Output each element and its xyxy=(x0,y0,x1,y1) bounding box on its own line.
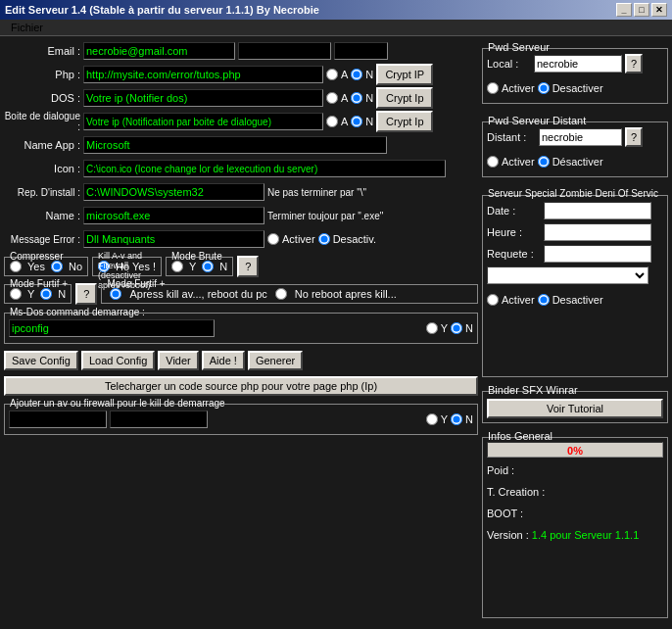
crypt-ip3-button[interactable]: Crypt Ip xyxy=(376,111,433,132)
msdos-radio-y[interactable] xyxy=(426,322,438,334)
pwd-distant-title: Pwd Serveur Distant xyxy=(488,115,586,126)
action-buttons-row: Save Config Load Config Vider Aide ! Gen… xyxy=(4,350,478,371)
save-config-button[interactable]: Save Config xyxy=(4,351,78,370)
pwd-serveur-radio-desactiver[interactable] xyxy=(538,82,550,94)
zombie-select[interactable] xyxy=(487,266,648,284)
zombie-requete-input[interactable] xyxy=(544,245,651,263)
pwd-serveur-radio-activer[interactable] xyxy=(487,82,499,94)
email-input[interactable] xyxy=(83,42,235,60)
aide-button[interactable]: Aide ! xyxy=(202,351,245,370)
generer-button[interactable]: Generer xyxy=(248,351,303,370)
pwd-local-input[interactable] xyxy=(534,55,622,73)
msg-input[interactable] xyxy=(83,230,264,248)
zombie-group: Serveur Special Zombie Deni Of Servic Da… xyxy=(482,195,668,377)
menu-fichier[interactable]: Fichier xyxy=(5,20,49,35)
mode-furtif-title: Mode Furtif + xyxy=(10,278,68,289)
msg-radio-desactiv[interactable] xyxy=(318,233,330,245)
msg-radio-activer[interactable] xyxy=(267,233,279,245)
name-label: Name : xyxy=(4,210,80,221)
close-button[interactable]: ✕ xyxy=(651,3,667,17)
brute-radio-n[interactable] xyxy=(202,261,214,272)
icon-input[interactable] xyxy=(83,160,446,177)
boite-radio-a[interactable] xyxy=(326,116,338,127)
furtif2-radio-noreboot[interactable] xyxy=(275,288,287,300)
dos-input[interactable] xyxy=(83,89,323,107)
msdos-radio-group: Y N xyxy=(426,322,473,334)
boot-row: BOOT : xyxy=(487,503,663,524)
minimize-button[interactable]: _ xyxy=(616,3,632,17)
pwd-local-row: Local : ? xyxy=(487,53,663,74)
name-input[interactable] xyxy=(83,207,264,224)
php-label: Php : xyxy=(4,69,80,80)
zombie-select-row xyxy=(487,265,663,286)
zombie-heure-input[interactable] xyxy=(544,223,651,241)
kill-group: Kill A-v and Firewall (desactiver apres … xyxy=(92,257,162,276)
compress-radio-no[interactable] xyxy=(51,261,63,272)
msdos-section: Ms-Dos command demarrage : Y N xyxy=(4,313,478,344)
brute-question-button[interactable]: ? xyxy=(237,256,259,277)
pwd-activer-row: Activer Desactiver xyxy=(487,77,663,99)
furtif2-reboot-label: Apress kill av..., reboot du pc xyxy=(129,288,266,300)
zombie-radio-activer[interactable] xyxy=(487,294,499,306)
msdos-group: Ms-Dos command demarrage : Y N xyxy=(4,313,478,344)
dos-radio-a[interactable] xyxy=(326,92,338,104)
msdos-row: Y N xyxy=(9,317,473,339)
furtif2-radio-reboot[interactable] xyxy=(110,288,121,300)
boite-radio-group: A N xyxy=(326,116,373,127)
maximize-button[interactable]: □ xyxy=(634,3,649,17)
msg-radio-group: Activer Desactiv. xyxy=(267,233,376,245)
php-input[interactable] xyxy=(83,66,323,83)
compress-radio-yes[interactable] xyxy=(10,261,22,272)
rep-label: Rep. D'install : xyxy=(4,187,80,198)
icon-row: Icon : xyxy=(4,158,478,179)
dos-radio-group: A N xyxy=(326,92,373,104)
pwd-distant-input[interactable] xyxy=(539,128,622,146)
php-radio-a[interactable] xyxy=(326,69,338,80)
pwd-serveur-group: Pwd Serveur Local : ? Activer Desactiver xyxy=(482,48,668,104)
port-input[interactable] xyxy=(334,42,388,60)
pwd-local-question-button[interactable]: ? xyxy=(625,54,643,73)
furtif-question-button[interactable]: ? xyxy=(75,283,97,305)
zombie-requete-row: Requete : xyxy=(487,243,663,265)
furtif-radio-n[interactable] xyxy=(40,288,52,300)
dos-a-label: A xyxy=(341,92,348,104)
ajout-input2[interactable] xyxy=(110,411,208,428)
pwd-distant-radio-activer[interactable] xyxy=(487,156,499,168)
crypt-ip2-button[interactable]: Crypt Ip xyxy=(376,87,433,109)
pwd-serveur-desactiver-label: Desactiver xyxy=(552,82,603,94)
ajout-title: Ajouter un av ou firewall pour le kill d… xyxy=(10,398,225,409)
voir-tutorial-button[interactable]: Voir Tutorial xyxy=(487,399,663,418)
msdos-input[interactable] xyxy=(9,319,215,337)
progress-text: 0% xyxy=(488,443,662,459)
msdos-radio-n[interactable] xyxy=(451,322,462,334)
pwd-distant-radio-desactiver[interactable] xyxy=(538,156,550,168)
server-pop-input[interactable] xyxy=(238,42,331,60)
dos-radio-n[interactable] xyxy=(351,92,362,104)
ajout-radio-y[interactable] xyxy=(426,413,438,425)
ajout-radio-n[interactable] xyxy=(451,413,462,425)
boite-radio-n[interactable] xyxy=(351,116,362,127)
telecharger-button[interactable]: Telecharger un code source php pour votr… xyxy=(4,376,478,396)
name-app-input[interactable] xyxy=(83,136,387,154)
ajout-input1[interactable] xyxy=(9,411,107,428)
boite-input[interactable] xyxy=(83,113,323,130)
vider-button[interactable]: Vider xyxy=(158,351,198,370)
window-title: Edit Serveur 1.4 (Stable à partir du ser… xyxy=(5,4,319,16)
msg-label: Message Error : xyxy=(4,234,80,245)
load-config-button[interactable]: Load Config xyxy=(81,351,155,370)
msdos-y-label: Y xyxy=(441,322,448,334)
email-row: Email : xyxy=(4,40,478,62)
zombie-date-input[interactable] xyxy=(544,202,651,219)
zombie-activer-label: Activer xyxy=(502,294,535,306)
crypt-ip1-button[interactable]: Crypt IP xyxy=(376,64,433,85)
zombie-radio-desactiver[interactable] xyxy=(538,294,550,306)
brute-radio-y[interactable] xyxy=(171,261,183,272)
php-radio-n[interactable] xyxy=(351,69,362,80)
rep-input[interactable] xyxy=(83,183,264,201)
creation-label: T. Creation : xyxy=(487,486,545,498)
furtif-radio-y[interactable] xyxy=(10,288,22,300)
ajout-radio-group: Y N xyxy=(426,413,473,425)
rep-note: Ne pas terminer par "\" xyxy=(267,187,366,198)
window-controls: _ □ ✕ xyxy=(616,3,667,17)
pwd-distant-question-button[interactable]: ? xyxy=(625,127,643,147)
